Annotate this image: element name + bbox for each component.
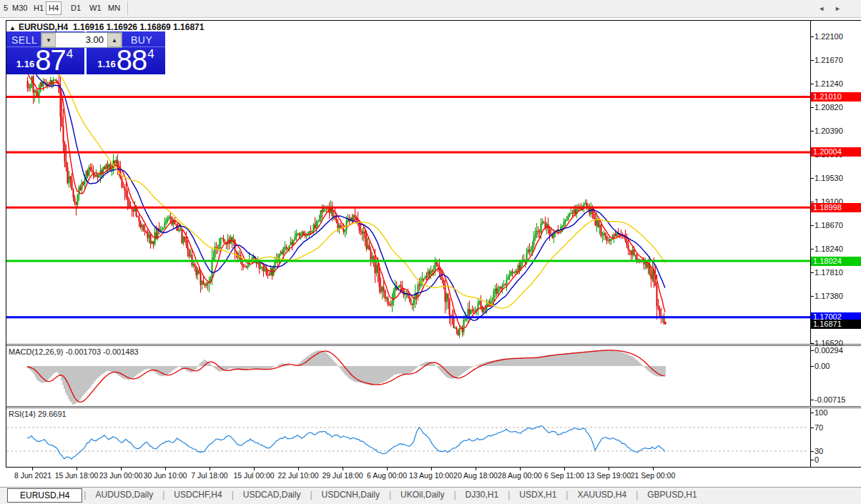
fast-ma-line [27, 71, 665, 329]
price-axis-label: 1.18670 [815, 222, 843, 229]
time-axis-tick [609, 468, 609, 470]
time-axis-tick [32, 468, 33, 470]
current-price-tag: 1.16871 [811, 320, 861, 329]
time-axis-tick [476, 468, 476, 470]
macd-axis-tick [810, 350, 814, 351]
price-axis-label: 1.21240 [815, 80, 843, 88]
price-axis-tick [810, 272, 814, 273]
rsi-axis-tick [810, 412, 814, 413]
tab-usdcnh-daily[interactable]: USDCNH,Daily [313, 488, 389, 503]
timeframe-button-h1[interactable]: H1 [31, 2, 46, 14]
lot-size-spinner: ▼ 3.00 ▲ [41, 32, 122, 48]
timeframe-button-h4[interactable]: H4 [46, 1, 62, 15]
tab-scroll-left-icon[interactable]: ◄ [818, 5, 835, 12]
time-axis-tick [343, 468, 343, 470]
time-axis-tick [77, 468, 77, 470]
time-axis-label: 21 Sep 00:00 [621, 471, 685, 480]
macd-axis-tick [810, 366, 814, 367]
buy-price-prefix: 1.16 [97, 59, 115, 69]
price-axis-tick [810, 60, 814, 61]
tab-dj30-h1[interactable]: DJ30,H1 [456, 488, 508, 503]
rsi-indicator-canvas[interactable] [6, 408, 810, 467]
tab-audusd-daily[interactable]: AUDUSD,Daily [86, 488, 162, 503]
price-axis-tick [810, 178, 814, 179]
price-axis-tick [810, 131, 814, 132]
timeframe-button-w1[interactable]: W1 [87, 2, 104, 14]
price-axis-label: 1.21670 [815, 56, 843, 64]
price-axis-label: 1.19530 [815, 174, 843, 182]
tab-eurusd-h4[interactable]: EURUSD,H4 [7, 488, 82, 503]
macd-axis-label: 0.00 [815, 362, 830, 370]
timeframe-button-d1[interactable]: D1 [69, 2, 83, 14]
price-axis-label: 1.22100 [815, 33, 843, 41]
tab-gbpusd-h1[interactable]: GBPUSD,H1 [638, 488, 706, 503]
macd-histogram [27, 350, 665, 405]
chart-tab-bar: EURUSD,H4|AUDUSD,Daily|USDCHF,H4|USDCAD,… [0, 487, 861, 504]
sell-price: 1.16 87 4 [6, 47, 83, 73]
tab-scroll-arrows: ◄► [818, 5, 851, 12]
toolbar-separator [127, 1, 128, 15]
lot-increase-button[interactable]: ▲ [107, 33, 122, 47]
timeframe-button-5[interactable]: 5 [1, 2, 10, 14]
spinner-down-icon: ▼ [46, 37, 51, 44]
timeframe-button-mn[interactable]: MN [106, 2, 122, 14]
buy-price-pip: 4 [147, 47, 154, 61]
rsi-axis-tick [810, 451, 814, 452]
price-axis-tick [810, 225, 814, 226]
price-axis-label: 1.17810 [815, 269, 843, 277]
rsi-axis-label: 30 [815, 448, 823, 455]
time-axis-tick [210, 468, 210, 470]
timeframe-button-m30[interactable]: M30 [10, 2, 29, 14]
rsi-axis-label: 0 [815, 456, 819, 464]
lot-size-input[interactable]: 3.00 [56, 33, 107, 47]
sell-price-prefix: 1.16 [16, 59, 34, 69]
tab-usdx-h1[interactable]: USDX,H1 [510, 488, 566, 503]
price-axis-label: 1.20390 [815, 127, 843, 135]
level-price-tag[interactable]: 1.18024 [811, 257, 861, 266]
level-price-tag[interactable]: 1.18998 [811, 203, 861, 212]
rsi-axis-label: 70 [815, 424, 823, 432]
buy-price: 1.16 88 4 [87, 47, 165, 73]
timeframe-toolbar: 5M30H1H4D1W1MN [0, 0, 861, 18]
tab-ukoil-daily[interactable]: UKOil,Daily [391, 488, 453, 503]
rsi-axis-tick [810, 428, 814, 428]
tab-scroll-right-icon[interactable]: ► [835, 5, 851, 12]
price-axis-tick [810, 202, 814, 202]
time-axis-tick [165, 468, 166, 470]
time-axis-tick [431, 468, 432, 470]
time-axis-tick [254, 468, 255, 470]
rsi-label: RSI(14) 29.6691 [9, 410, 67, 418]
rsi-axis-tick [810, 460, 814, 460]
price-axis-tick [810, 36, 814, 37]
mt4-terminal: 5M30H1H4D1W1MN ▲EURUSD,H4 1.16916 1.1692… [0, 0, 861, 504]
time-axis-tick [520, 468, 521, 470]
spinner-up-icon: ▲ [112, 37, 117, 44]
candles [27, 72, 666, 338]
price-axis-tick [810, 84, 814, 84]
lot-decrease-button[interactable]: ▼ [41, 33, 56, 47]
time-axis-tick [387, 468, 388, 470]
tab-xauusd-h4[interactable]: XAUUSD,H4 [568, 488, 636, 503]
price-axis-label: 1.17380 [815, 292, 843, 300]
tab-usdcad-daily[interactable]: USDCAD,Daily [234, 488, 310, 503]
time-axis-tick [564, 468, 565, 470]
price-axis-tick [810, 107, 814, 108]
level-price-tag[interactable]: 1.20004 [811, 147, 861, 157]
rsi-line [27, 426, 665, 460]
price-axis-label: 1.20820 [815, 104, 843, 112]
time-axis-tick [298, 468, 299, 470]
price-axis-tick [810, 296, 814, 297]
level-price-tag[interactable]: 1.21010 [811, 92, 861, 102]
sell-price-big: 87 [35, 47, 66, 73]
time-axis-tick [121, 468, 122, 470]
mid-ma-line [27, 63, 665, 321]
buy-price-big: 88 [117, 47, 147, 73]
tab-usdchf-h4[interactable]: USDCHF,H4 [164, 488, 231, 503]
macd-axis-tick [810, 400, 814, 400]
price-axis-tick [810, 343, 814, 344]
sell-price-pip: 4 [67, 47, 73, 61]
time-axis-tick [653, 468, 654, 470]
macd-label: MACD(12,26,9) -0.001703 -0.001483 [9, 347, 139, 356]
window-border-bottom [6, 467, 861, 468]
macd-axis-label: 0.00294 [815, 347, 843, 355]
